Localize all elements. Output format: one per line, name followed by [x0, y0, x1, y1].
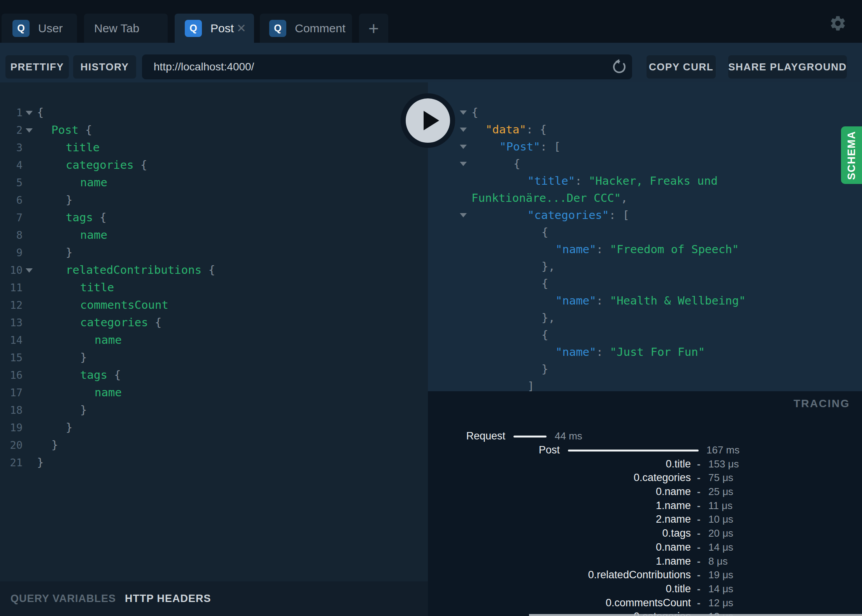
tab-user[interactable]: Q User [2, 14, 77, 43]
code-token: }, [541, 260, 555, 273]
tab-post[interactable]: Q Post ✕ [175, 14, 254, 43]
code-line: } [80, 401, 87, 419]
add-tab-button[interactable]: + [359, 14, 388, 43]
tab-comment[interactable]: Q Comment [260, 14, 352, 43]
fold-toggle-icon[interactable] [26, 111, 33, 115]
editor-line: 18} [0, 401, 428, 419]
response-line: { [428, 104, 862, 121]
tracing-panel-header[interactable]: TRACING [794, 397, 850, 410]
code-line: { [513, 155, 520, 172]
tracing-row-label: 0.commentsCount [606, 596, 691, 610]
tracing-row-label: 1.name [656, 499, 691, 513]
tracing-row-label: 0.name [656, 485, 691, 499]
fold-toggle-icon[interactable] [460, 110, 467, 115]
code-token: : [596, 243, 610, 256]
tracing-separator: - [697, 485, 701, 499]
code-token: } [66, 246, 72, 259]
code-token: title [80, 281, 114, 294]
query-variables-tab[interactable]: QUERY VARIABLES [11, 581, 116, 616]
response-line: "title": "Hacker, Freaks und [428, 172, 862, 189]
tracing-row-value: 12 μs [708, 596, 733, 610]
tracing-row-value: 75 μs [708, 471, 733, 485]
tracing-row-label: 0.tags [662, 527, 691, 541]
line-number: 20 [0, 436, 23, 454]
code-line: categories { [80, 314, 162, 331]
tracing-row-value: 8 μs [708, 554, 728, 568]
query-badge-icon: Q [269, 20, 286, 37]
tracing-row: 0.name-14 μs [428, 541, 862, 555]
code-line: tags { [80, 366, 121, 384]
close-tab-icon[interactable]: ✕ [237, 23, 246, 34]
share-playground-button[interactable]: SHARE PLAYGROUND [728, 55, 847, 79]
fold-toggle-icon[interactable] [460, 128, 467, 132]
tracing-row-value: 153 μs [708, 457, 739, 471]
execute-query-button[interactable] [401, 93, 455, 148]
response-line: { [428, 155, 862, 172]
response-line: "Post": [ [428, 138, 862, 155]
code-line: { [37, 104, 44, 121]
tab-user-label: User [38, 22, 63, 35]
copy-curl-button[interactable]: COPY CURL [646, 55, 716, 79]
tracing-row-label: Post [539, 443, 560, 457]
line-number: 10 [0, 261, 23, 279]
editor-footer: QUERY VARIABLES HTTP HEADERS [0, 581, 428, 616]
code-token: Funktionäre...Der CCC" [471, 191, 621, 205]
code-token: } [37, 456, 44, 469]
response-line: }, [428, 309, 862, 326]
fold-toggle-icon[interactable] [26, 128, 33, 133]
history-button[interactable]: HISTORY [73, 55, 136, 79]
tracing-row: 2.name-10 μs [428, 513, 862, 527]
tracing-separator: - [697, 541, 701, 555]
tracing-row-label: 0.title [666, 457, 691, 471]
editor-line: 5name [0, 174, 428, 191]
line-number: 7 [0, 209, 23, 226]
tracing-row: 0.tags-20 μs [428, 527, 862, 541]
horizontal-scrollbar[interactable] [529, 614, 862, 616]
code-token: : [596, 294, 610, 307]
tracing-separator: - [697, 596, 701, 610]
fold-toggle-icon[interactable] [26, 268, 33, 273]
tracing-row-value: 44 ms [555, 429, 582, 443]
response-pane: {"data": {"Post": [{"title": "Hacker, Fr… [428, 82, 862, 391]
line-number: 16 [0, 366, 23, 384]
tracing-rows: Request44 msPost167 ms0.title-153 μs0.ca… [428, 429, 862, 616]
code-token: { [100, 211, 106, 224]
fold-toggle-icon[interactable] [460, 145, 467, 149]
line-number: 12 [0, 296, 23, 314]
fold-toggle-icon[interactable] [460, 162, 467, 166]
tracing-row-label: Request [466, 429, 505, 443]
tracing-row: 1.name-11 μs [428, 499, 862, 513]
code-token: "Post" [499, 140, 540, 153]
line-number: 21 [0, 454, 23, 471]
code-token: { [541, 328, 548, 341]
code-line: Post { [51, 121, 92, 139]
code-token: categories [80, 316, 155, 329]
http-headers-tab[interactable]: HTTP HEADERS [125, 581, 211, 616]
tracing-row-label: 0.name [656, 541, 691, 555]
code-line: { [541, 224, 548, 241]
prettify-button[interactable]: PRETTIFY [5, 55, 69, 79]
code-token: { [513, 157, 520, 170]
refresh-schema-icon[interactable] [611, 58, 628, 75]
query-editor[interactable]: 1{2Post {3title4categories {5name6}7tags… [0, 82, 428, 581]
tab-new-tab[interactable]: New Tab [84, 14, 168, 43]
schema-side-tab[interactable]: SCHEMA [841, 126, 862, 184]
code-line: "Post": [ [499, 138, 561, 155]
code-token: name [95, 386, 122, 399]
line-number: 4 [0, 156, 23, 174]
editor-line: 15} [0, 349, 428, 366]
tracing-row: 0.commentsCount-12 μs [428, 596, 862, 610]
editor-line: 12commentsCount [0, 296, 428, 314]
fold-toggle-icon[interactable] [460, 213, 467, 217]
code-token: { [114, 368, 121, 382]
code-line: } [541, 360, 548, 378]
settings-gear-icon[interactable] [829, 14, 847, 32]
endpoint-url-input[interactable]: http://localhost:4000/ [142, 54, 632, 79]
tracing-separator: - [697, 568, 701, 582]
line-number: 3 [0, 139, 23, 156]
response-line: "name": "Just For Fun" [428, 343, 862, 360]
code-token: "Hacker, Freaks und [589, 174, 718, 187]
code-token: } [80, 403, 87, 416]
code-line: "categories": [ [527, 206, 629, 224]
query-badge-icon: Q [12, 20, 30, 37]
